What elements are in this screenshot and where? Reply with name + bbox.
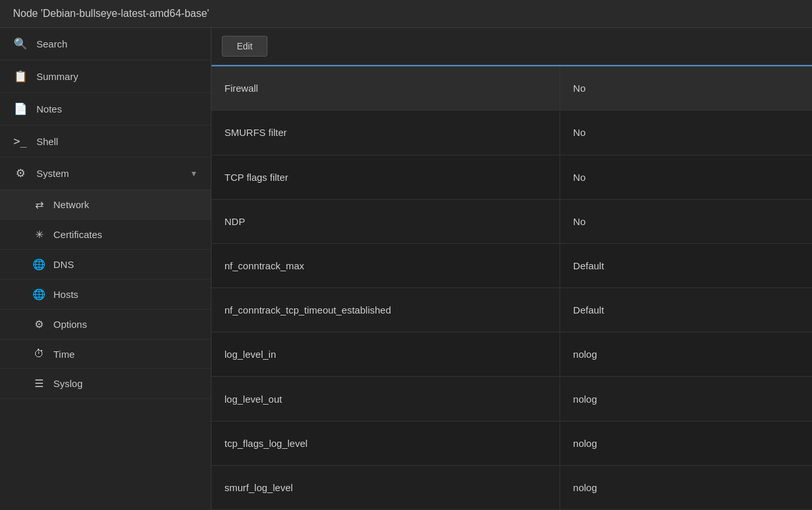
table-cell-key: Firewall (211, 66, 560, 111)
table-cell-value: No (560, 155, 812, 199)
table-row: nf_conntrack_tcp_timeout_establishedDefa… (211, 288, 812, 332)
syslog-icon: ☰ (33, 377, 46, 390)
table-cell-key: log_level_in (211, 332, 560, 377)
table-cell-key: NDP (211, 199, 560, 243)
sidebar-item-shell[interactable]: >_Shell (0, 126, 211, 157)
table-cell-value: nolog (560, 332, 812, 377)
sidebar-item-notes[interactable]: 📄Notes (0, 93, 211, 126)
table-cell-value: Default (560, 288, 812, 332)
sidebar-item-hosts[interactable]: 🌐Hosts (0, 280, 211, 310)
table-cell-value: nolog (560, 421, 812, 465)
shell-icon: >_ (13, 135, 27, 148)
sidebar-item-system[interactable]: ⚙System▼ (0, 157, 211, 190)
sidebar-label-dns: DNS (53, 259, 74, 270)
sidebar-item-certificates[interactable]: ✳Certificates (0, 220, 211, 250)
table-cell-value: Default (560, 243, 812, 288)
sidebar-label-notes: Notes (36, 103, 62, 114)
options-icon: ⚙ (33, 318, 46, 330)
sidebar-item-time[interactable]: ⏱Time (0, 340, 211, 369)
sidebar-label-syslog: Syslog (53, 378, 83, 389)
sidebar-item-syslog[interactable]: ☰Syslog (0, 369, 211, 399)
system-expand-icon: ▼ (190, 169, 198, 178)
main-layout: 🔍Search📋Summary📄Notes>_Shell⚙System▼⇄Net… (0, 28, 812, 510)
table-cell-value: No (560, 66, 812, 111)
hosts-icon: 🌐 (33, 288, 46, 301)
sidebar: 🔍Search📋Summary📄Notes>_Shell⚙System▼⇄Net… (0, 28, 211, 510)
search-icon: 🔍 (13, 37, 27, 51)
table-cell-value: No (560, 111, 812, 155)
table-row: nf_conntrack_maxDefault (211, 243, 812, 288)
sidebar-label-time: Time (53, 349, 75, 360)
sidebar-label-system: System (36, 168, 69, 179)
sidebar-item-search[interactable]: 🔍Search (0, 28, 211, 60)
sidebar-item-options[interactable]: ⚙Options (0, 310, 211, 340)
sidebar-label-options: Options (53, 319, 87, 330)
content-area: Edit FirewallNoSMURFS filterNoTCP flags … (211, 28, 812, 510)
notes-icon: 📄 (13, 102, 27, 116)
table-row: log_level_outnolog (211, 377, 812, 421)
title-bar: Node 'Debian-bullseye-latest-amd64-base' (0, 0, 812, 28)
edit-button[interactable]: Edit (222, 36, 267, 57)
sidebar-item-summary[interactable]: 📋Summary (0, 60, 211, 93)
sidebar-label-hosts: Hosts (53, 289, 78, 300)
table-cell-key: smurf_log_level (211, 465, 560, 509)
table-cell-key: SMURFS filter (211, 111, 560, 155)
table-row: TCP flags filterNo (211, 155, 812, 199)
table-row: FirewallNo (211, 66, 812, 111)
table-row: NDPNo (211, 199, 812, 243)
table-cell-value: nolog (560, 465, 812, 509)
dns-icon: 🌐 (33, 258, 46, 271)
content-toolbar: Edit (211, 28, 812, 65)
page-title: Node 'Debian-bullseye-latest-amd64-base' (13, 8, 209, 19)
data-table: FirewallNoSMURFS filterNoTCP flags filte… (211, 65, 812, 510)
table-cell-key: nf_conntrack_tcp_timeout_established (211, 288, 560, 332)
sidebar-item-dns[interactable]: 🌐DNS (0, 250, 211, 280)
table-row: log_level_innolog (211, 332, 812, 377)
sidebar-label-network: Network (53, 199, 89, 210)
table-cell-key: log_level_out (211, 377, 560, 421)
sidebar-item-network[interactable]: ⇄Network (0, 190, 211, 220)
network-icon: ⇄ (33, 198, 46, 211)
table-cell-key: nf_conntrack_max (211, 243, 560, 288)
table-cell-key: tcp_flags_log_level (211, 421, 560, 465)
table-row: smurf_log_levelnolog (211, 465, 812, 509)
sidebar-label-search: Search (36, 38, 68, 49)
table-cell-value: nolog (560, 377, 812, 421)
time-icon: ⏱ (33, 348, 46, 360)
table-cell-value: No (560, 199, 812, 243)
system-icon: ⚙ (13, 167, 27, 180)
certificates-icon: ✳ (33, 228, 46, 241)
table-row: SMURFS filterNo (211, 111, 812, 155)
sidebar-label-certificates: Certificates (53, 229, 102, 240)
sidebar-label-summary: Summary (36, 71, 78, 82)
table-row: tcp_flags_log_levelnolog (211, 421, 812, 465)
table-cell-key: TCP flags filter (211, 155, 560, 199)
sidebar-label-shell: Shell (36, 136, 58, 147)
summary-icon: 📋 (13, 70, 27, 83)
